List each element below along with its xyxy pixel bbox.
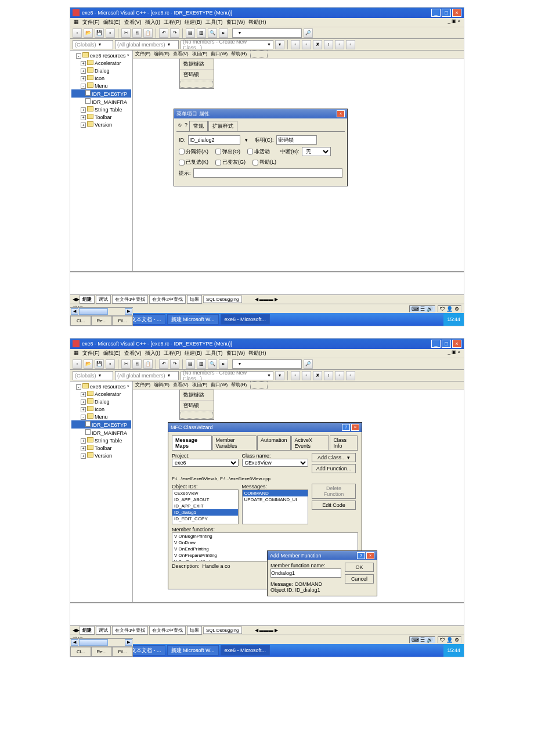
inactive-checkbox[interactable] bbox=[247, 149, 253, 154]
menu-window[interactable]: 窗口(W) bbox=[226, 19, 246, 26]
tray-icons[interactable]: 🛡 👤 ⚙ bbox=[438, 305, 461, 312]
find-icon[interactable]: 🔎 bbox=[304, 28, 313, 38]
tool-3[interactable]: ✘ bbox=[313, 40, 322, 49]
tool-5[interactable]: ▫ bbox=[335, 40, 344, 49]
id-input[interactable] bbox=[188, 135, 240, 145]
checked-checkbox[interactable] bbox=[179, 160, 185, 165]
menu-help[interactable]: 帮助(H) bbox=[248, 19, 266, 26]
prop-close-icon[interactable]: × bbox=[337, 110, 345, 117]
cut-icon[interactable]: ✂ bbox=[121, 28, 131, 38]
output-tab-debug[interactable]: 调试 bbox=[96, 295, 111, 304]
ime-icon[interactable]: ⌨ ☰ 🔊 bbox=[409, 305, 435, 312]
redo-icon[interactable]: ↷ bbox=[170, 28, 179, 38]
member-function-name-input[interactable] bbox=[270, 568, 341, 578]
open-icon[interactable]: 📂 bbox=[84, 28, 93, 38]
undo-icon[interactable]: ↶ bbox=[159, 28, 168, 38]
workspace-tree[interactable]: -exe6 resources * +Accelerator +Dialog +… bbox=[70, 381, 133, 602]
cw-class-select[interactable]: CExe6View bbox=[242, 459, 309, 467]
standard-toolbar[interactable]: ▫ 📂 💾 ▪ ✂ ⎘ 📋 ↶ ↷ ▤ ▥ 🔍 ▸ 🔎 bbox=[70, 27, 464, 39]
tree-idr-mainframe[interactable]: IDR_MAINFRA bbox=[71, 98, 131, 106]
copy-icon[interactable]: ⎘ bbox=[132, 28, 142, 38]
grayed-checkbox[interactable] bbox=[215, 160, 221, 165]
help-checkbox[interactable] bbox=[252, 160, 258, 165]
menu-insert[interactable]: 插入(I) bbox=[145, 19, 161, 26]
wiz-icon[interactable]: ▾ bbox=[275, 40, 284, 49]
cw-tab-classinfo[interactable]: Class Info bbox=[330, 435, 358, 450]
tab-extended[interactable]: 扩展样式 bbox=[208, 121, 237, 131]
amf-cancel-button[interactable]: Cancel bbox=[345, 574, 374, 584]
menu-edit[interactable]: 编辑(E) bbox=[103, 19, 121, 26]
break-select[interactable]: 无 bbox=[302, 147, 331, 156]
tb-d[interactable]: ▸ bbox=[219, 28, 228, 38]
wizardbar-toolbar[interactable]: (Globals) (All global members) (No membe… bbox=[70, 39, 464, 51]
output-tab-build[interactable]: 组建 bbox=[80, 295, 95, 304]
menu-editor[interactable]: 文件(F)编辑(E)查看(V) 项目(P)窗口(W)帮助(H) 数据链路 密码锁… bbox=[133, 381, 464, 602]
paste-icon[interactable]: 📋 bbox=[143, 28, 153, 38]
popup-checkbox[interactable] bbox=[215, 149, 221, 154]
add-function-button[interactable]: Add Function... bbox=[312, 464, 356, 473]
output-tab-results[interactable]: 结果 bbox=[187, 295, 202, 304]
close-button[interactable]: × bbox=[452, 9, 461, 17]
tool-2[interactable]: ▫ bbox=[302, 40, 311, 49]
separator-checkbox[interactable] bbox=[179, 149, 185, 154]
menu-dropdown[interactable]: 数据链路 密码锁 bbox=[179, 390, 214, 420]
output-tab-find2[interactable]: 在文件2中查找 bbox=[149, 295, 185, 304]
menu-build[interactable]: 组建(B) bbox=[185, 19, 202, 26]
tb-a[interactable]: ▤ bbox=[186, 28, 195, 38]
cw-tab-automation[interactable]: Automation bbox=[257, 435, 291, 450]
tab-general[interactable]: 常规 bbox=[189, 121, 208, 131]
save-icon[interactable]: 💾 bbox=[95, 28, 104, 38]
tree-idr-exe6type[interactable]: IDR_EXE6TYP bbox=[71, 89, 131, 98]
task-4[interactable]: exe6 - Microsoft... bbox=[221, 314, 270, 325]
menu-editor[interactable]: 文件(F)编辑(E)查看(V) 项目(P)窗口(W)帮助(H) 数据链路 密码锁… bbox=[133, 51, 464, 271]
caption-input[interactable] bbox=[276, 135, 317, 145]
maximize-button[interactable]: □ bbox=[442, 9, 451, 17]
cw-close-icon[interactable]: × bbox=[351, 424, 359, 431]
task-3[interactable]: 新建 Microsoft W... bbox=[167, 314, 219, 325]
tool-4[interactable]: ! bbox=[324, 40, 333, 49]
menu-project[interactable]: 工程(P) bbox=[164, 19, 181, 26]
add-class-button[interactable]: Add Class... ▾ bbox=[312, 453, 356, 462]
output-tab-sql[interactable]: SQL Debugging bbox=[203, 296, 242, 303]
combo-scope[interactable]: (Globals) bbox=[73, 40, 113, 49]
maximize-button[interactable]: □ bbox=[442, 340, 451, 348]
saveall-icon[interactable]: ▪ bbox=[106, 28, 115, 38]
menu-file[interactable]: 文件(F) bbox=[82, 19, 100, 26]
combo-funcs[interactable]: (No members - Create New Class...) bbox=[181, 40, 273, 49]
object-ids-list[interactable]: CExe6ViewID_APP_ABOUT ID_APP_EXITID_dial… bbox=[172, 489, 239, 524]
menu-dropdown[interactable]: 数据链路 密码锁 bbox=[179, 59, 214, 89]
tb-c[interactable]: 🔍 bbox=[208, 28, 217, 38]
amf-ok-button[interactable]: OK bbox=[345, 563, 374, 572]
menu-item-lock[interactable]: 密码锁 bbox=[180, 70, 214, 80]
output-tab-find1[interactable]: 在文件1中查找 bbox=[112, 295, 148, 304]
amf-close-icon[interactable]: × bbox=[366, 552, 374, 559]
cw-tab-membervars[interactable]: Member Variables bbox=[212, 435, 257, 450]
close-button[interactable]: × bbox=[452, 340, 461, 348]
tool-6[interactable]: ▫ bbox=[346, 40, 355, 49]
prompt-input[interactable] bbox=[193, 168, 342, 178]
amf-help-icon[interactable]: ? bbox=[357, 552, 365, 559]
cw-help-icon[interactable]: ? bbox=[342, 424, 350, 431]
pin-icon[interactable]: ⎋ bbox=[176, 121, 183, 131]
messages-list[interactable]: COMMAND UPDATE_COMMAND_UI bbox=[242, 489, 309, 524]
delete-function-button[interactable]: Delete Function bbox=[312, 484, 356, 499]
cw-project-select[interactable]: exe6 bbox=[172, 459, 239, 467]
workspace-tree[interactable]: -exe6 resources * +Accelerator +Dialog +… bbox=[70, 51, 133, 271]
tool-1[interactable]: ▫ bbox=[291, 40, 300, 49]
menu-item-datalink[interactable]: 数据链路 bbox=[180, 59, 214, 70]
find-combo[interactable] bbox=[232, 28, 302, 38]
tb-b[interactable]: ▥ bbox=[197, 28, 206, 38]
cw-tab-activex[interactable]: ActiveX Events bbox=[291, 435, 330, 450]
menu-tools[interactable]: 工具(T) bbox=[205, 19, 223, 26]
minimize-button[interactable]: _ bbox=[431, 340, 441, 348]
tree-idr-exe6type[interactable]: IDR_EXE6TYP bbox=[71, 420, 131, 429]
menu-view[interactable]: 查看(V) bbox=[124, 19, 142, 26]
help-icon[interactable]: ? bbox=[183, 121, 189, 131]
combo-members[interactable]: (All global members) bbox=[115, 40, 179, 49]
minimize-button[interactable]: _ bbox=[431, 9, 441, 17]
main-menubar[interactable]: ▦ 文件(F) 编辑(E) 查看(V) 插入(I) 工程(P) 组建(B) 工具… bbox=[70, 18, 464, 27]
edit-code-button[interactable]: Edit Code bbox=[312, 501, 356, 510]
cw-tab-messagemaps[interactable]: Message Maps bbox=[172, 435, 212, 450]
new-icon[interactable]: ▫ bbox=[73, 28, 82, 38]
output-window: ◀▶ 组建 调试 在文件1中查找 在文件2中查找 结果 SQL Debuggin… bbox=[70, 271, 464, 304]
